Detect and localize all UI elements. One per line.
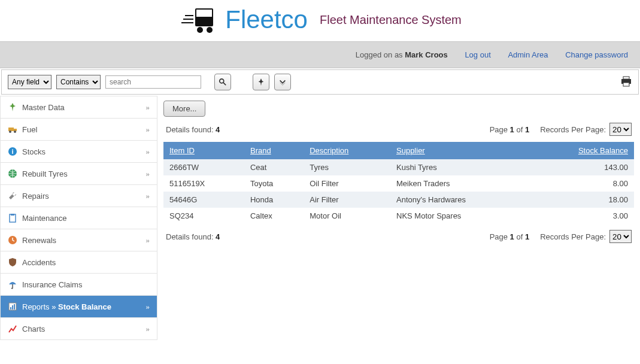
sidebar-item-label: Fuel [22, 125, 37, 134]
cell-brand: Caltex [244, 208, 304, 224]
col-brand[interactable]: Brand [244, 142, 304, 159]
cell-item-id: 54646G [163, 192, 244, 208]
rpp-select[interactable]: 20 [609, 230, 632, 243]
pager-bottom: Details found: 4 Page 1 of 1 Records Per… [163, 224, 634, 249]
table-row[interactable]: SQ234CaltexMotor OilNKS Motor Spares3.00 [163, 208, 634, 224]
sidebar-item-insurance-claims[interactable]: Insurance Claims [0, 274, 157, 296]
sidebar-item-reports[interactable]: Reports » Stock Balance» [0, 296, 157, 318]
svg-point-3 [207, 27, 213, 33]
sidebar-item-fuel[interactable]: Fuel» [0, 119, 157, 141]
rpp-label: Records Per Page: [540, 125, 606, 134]
sidebar-item-master-data[interactable]: Master Data» [0, 96, 157, 119]
cell-brand: Honda [244, 192, 304, 208]
table-row[interactable]: 2666TWCeatTyresKushi Tyres143.00 [163, 159, 634, 175]
admin-link[interactable]: Admin Area [508, 50, 548, 59]
umbrella-icon [8, 280, 17, 289]
pin-green-icon [8, 102, 17, 112]
expand-arrow-icon: » [146, 302, 150, 311]
expand-arrow-icon: » [146, 125, 150, 134]
sidebar-item-repairs[interactable]: Repairs» [0, 185, 157, 207]
svg-point-11 [9, 131, 11, 133]
logout-link[interactable]: Log out [465, 50, 490, 59]
truck-icon [8, 125, 17, 134]
svg-rect-1 [196, 10, 212, 17]
col-item-id[interactable]: Item ID [163, 142, 244, 159]
sidebar-item-label: Master Data [22, 103, 65, 112]
search-icon [219, 78, 227, 86]
sidebar-item-rebuilt-tyres[interactable]: Rebuilt Tyres» [0, 163, 157, 185]
search-button[interactable] [214, 74, 231, 90]
cell-stock-balance: 143.00 [529, 159, 634, 175]
rpp-select[interactable]: 20 [609, 123, 632, 136]
data-table: Item IDBrandDescriptionSupplierStock Bal… [163, 142, 634, 224]
chevron-down-icon [278, 78, 287, 86]
table-row[interactable]: 54646GHondaAir FilterAntony's Hardwares1… [163, 192, 634, 208]
info-icon: i [8, 147, 17, 156]
svg-point-4 [220, 79, 224, 83]
cell-brand: Ceat [244, 159, 304, 175]
operator-select[interactable]: Contains [56, 75, 101, 89]
table-row[interactable]: 5116519XToyotaOil FilterMeiken Traders8.… [163, 175, 634, 192]
clipboard-icon [8, 213, 17, 223]
cell-supplier: NKS Motor Spares [390, 208, 529, 224]
toolbar: Any field Contains [1, 69, 639, 95]
print-button[interactable] [620, 76, 632, 89]
expand-arrow-icon: » [146, 324, 150, 333]
pin-button[interactable] [253, 74, 269, 90]
rpp-label: Records Per Page: [540, 232, 606, 241]
cell-stock-balance: 18.00 [529, 192, 634, 208]
sidebar-item-accidents[interactable]: Accidents [0, 251, 157, 274]
user-bar: Logged on as Mark Croos Log out Admin Ar… [0, 41, 640, 68]
wrench-icon [8, 191, 17, 201]
sidebar-item-label: Maintenance [22, 214, 66, 223]
field-select[interactable]: Any field [8, 75, 51, 89]
cell-item-id: 5116519X [163, 175, 244, 192]
dropdown-button[interactable] [274, 74, 291, 90]
sidebar-item-charts[interactable]: Charts» [0, 318, 157, 340]
svg-rect-22 [14, 304, 15, 310]
cell-stock-balance: 8.00 [529, 175, 634, 192]
svg-rect-17 [11, 214, 14, 216]
logged-label: Logged on as Mark Croos [356, 50, 450, 59]
sidebar-item-label: Charts [22, 324, 45, 333]
expand-arrow-icon: » [146, 147, 150, 156]
print-icon [620, 76, 632, 87]
expand-arrow-icon: » [146, 235, 150, 245]
sidebar-item-label: Rebuilt Tyres [22, 169, 68, 178]
report-icon [8, 302, 17, 311]
sidebar-item-label: Accidents [22, 258, 56, 267]
chart-icon [8, 324, 17, 333]
sidebar-item-label: Reports » Stock Balance [22, 302, 111, 311]
svg-line-5 [223, 83, 226, 85]
sidebar-item-label: Insurance Claims [22, 280, 82, 289]
cell-item-id: SQ234 [163, 208, 244, 224]
svg-rect-21 [12, 305, 13, 310]
pin-icon [257, 78, 265, 86]
sidebar-item-renewals[interactable]: Renewals» [0, 229, 157, 251]
changepw-link[interactable]: Change password [565, 50, 628, 59]
cell-description: Tyres [304, 159, 390, 175]
cell-supplier: Kushi Tyres [390, 159, 529, 175]
sidebar: Master Data»Fuel»iStocks»Rebuilt Tyres»R… [0, 96, 157, 340]
svg-point-12 [14, 131, 16, 133]
svg-rect-8 [623, 83, 629, 86]
brand-name: Fleetco [225, 5, 308, 34]
expand-arrow-icon: » [146, 169, 150, 178]
sidebar-item-label: Renewals [22, 236, 56, 245]
expand-arrow-icon: » [146, 191, 150, 201]
cell-description: Oil Filter [304, 175, 390, 192]
cell-stock-balance: 3.00 [529, 208, 634, 224]
col-description[interactable]: Description [304, 142, 390, 159]
main-content: More... Details found: 4 Page 1 of 1 Rec… [157, 96, 640, 340]
col-stock-balance[interactable]: Stock Balance [529, 142, 634, 159]
search-input[interactable] [105, 75, 201, 89]
expand-arrow-icon: » [146, 102, 150, 112]
sidebar-item-maintenance[interactable]: Maintenance [0, 207, 157, 229]
sidebar-item-stocks[interactable]: iStocks» [0, 141, 157, 163]
col-supplier[interactable]: Supplier [390, 142, 529, 159]
more-button[interactable]: More... [163, 101, 205, 117]
bus-logo-icon [178, 5, 220, 35]
page-info: Page 1 of 1 [490, 125, 530, 134]
sidebar-item-label: Repairs [22, 192, 49, 201]
cell-supplier: Antony's Hardwares [390, 192, 529, 208]
